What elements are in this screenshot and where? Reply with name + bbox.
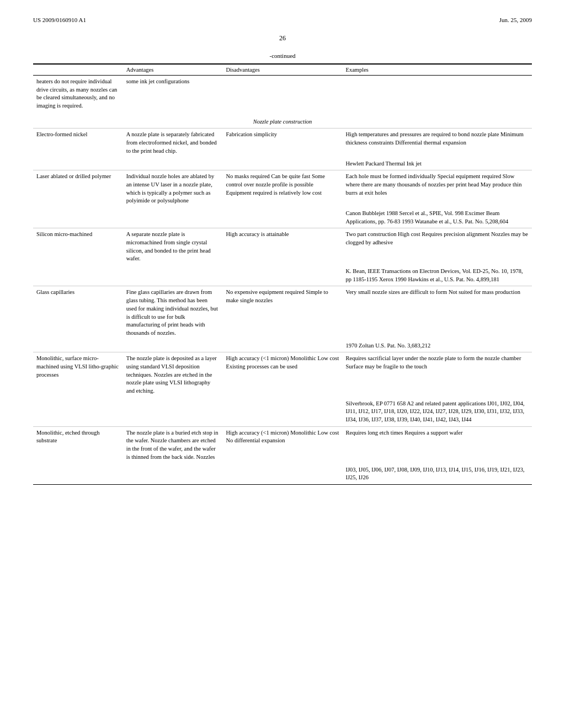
cell-description: heaters do not require individual drive …	[33, 76, 123, 113]
page-header: US 2009/0160910 A1 Jun. 25, 2009	[33, 17, 532, 23]
cell-label: Monolithic, surface micro-machined using…	[33, 352, 123, 398]
cell-advantages: High accuracy (<1 micron) Monolithic Low…	[223, 426, 343, 463]
patent-number: US 2009/0160910 A1	[33, 17, 86, 23]
cell-examples: IJ03, IJ05, IJ06, IJ07, IJ08, IJ09, IJ10…	[342, 464, 532, 485]
cell-description: A separate nozzle plate is micromachined…	[123, 228, 223, 265]
cell-empty	[33, 265, 342, 286]
cell-advantages: No expensive equipment required Simple t…	[223, 286, 343, 340]
cell-disadvantages: Each hole must be formed individually Sp…	[342, 170, 532, 207]
cell-advantages: some ink jet configurations	[123, 76, 223, 113]
cell-examples: Hewlett Packard Thermal Ink jet	[342, 158, 532, 170]
table-row-examples: K. Bean, IEEE Transactions on Electron D…	[33, 265, 532, 286]
cell-advantages: Fabrication simplicity	[223, 129, 343, 158]
cell-examples	[342, 76, 532, 113]
table-row: Glass capillaries Fine glass capillaries…	[33, 286, 532, 340]
table-row: Silicon micro-machined A separate nozzle…	[33, 228, 532, 265]
cell-empty	[33, 464, 342, 485]
table-header-row: Advantages Disadvantages Examples	[33, 64, 532, 76]
cell-advantages: High accuracy is attainable	[223, 228, 343, 265]
section-header-label: Nozzle plate construction	[33, 113, 532, 129]
patent-table: Advantages Disadvantages Examples heater…	[33, 63, 532, 485]
cell-description: A nozzle plate is separately fabricated …	[123, 129, 223, 158]
cell-label: Electro-formed nickel	[33, 129, 123, 158]
cell-disadvantages: Requires long etch times Requires a supp…	[342, 426, 532, 463]
section-header-row: Nozzle plate construction	[33, 113, 532, 129]
col-header-advantages: Advantages	[123, 64, 223, 76]
cell-disadvantages: Two part construction High cost Requires…	[342, 228, 532, 265]
table-row-examples: 1970 Zoltan U.S. Pat. No. 3,683,212	[33, 340, 532, 352]
cell-examples: K. Bean, IEEE Transactions on Electron D…	[342, 265, 532, 286]
cell-disadvantages: Requires sacrificial layer under the noz…	[342, 352, 532, 398]
cell-examples: Silverbrook, EP 0771 658 A2 and related …	[342, 398, 532, 427]
table-row-examples: Silverbrook, EP 0771 658 A2 and related …	[33, 398, 532, 427]
table-row: Laser ablated or drilled polymer Individ…	[33, 170, 532, 207]
cell-description: Fine glass capillaries are drawn from gl…	[123, 286, 223, 340]
continued-label: -continued	[33, 52, 532, 59]
table-row-examples: Hewlett Packard Thermal Ink jet	[33, 158, 532, 170]
cell-description: Individual nozzle holes are ablated by a…	[123, 170, 223, 207]
cell-description: The nozzle plate is deposited as a layer…	[123, 352, 223, 398]
cell-advantages: High accuracy (<1 micron) Monolithic Low…	[223, 352, 343, 398]
table-row: heaters do not require individual drive …	[33, 76, 532, 113]
cell-label: Laser ablated or drilled polymer	[33, 170, 123, 207]
cell-label: Monolithic, etched through substrate	[33, 426, 123, 463]
col-header-examples: Examples	[342, 64, 532, 76]
cell-disadvantages: High temperatures and pressures are requ…	[342, 129, 532, 158]
cell-empty	[33, 158, 342, 170]
table-row: Monolithic, surface micro-machined using…	[33, 352, 532, 398]
cell-empty	[33, 398, 342, 427]
cell-label: Silicon micro-machined	[33, 228, 123, 265]
col-header-disadvantages: Disadvantages	[223, 64, 343, 76]
cell-label: Glass capillaries	[33, 286, 123, 340]
page-number: 26	[33, 34, 532, 42]
cell-description: The nozzle plate is a buried etch stop i…	[123, 426, 223, 463]
patent-date: Jun. 25, 2009	[499, 17, 532, 23]
col-header-description	[33, 64, 123, 76]
cell-disadvantages	[223, 76, 343, 113]
cell-advantages: No masks required Can be quite fast Some…	[223, 170, 343, 207]
cell-examples: 1970 Zoltan U.S. Pat. No. 3,683,212	[342, 340, 532, 352]
cell-empty	[33, 207, 342, 228]
table-row: Electro-formed nickel A nozzle plate is …	[33, 129, 532, 158]
cell-examples: Canon Bubblejet 1988 Sercel et al., SPIE…	[342, 207, 532, 228]
cell-disadvantages: Very small nozzle sizes are difficult to…	[342, 286, 532, 340]
table-row-examples: Canon Bubblejet 1988 Sercel et al., SPIE…	[33, 207, 532, 228]
table-row-examples: IJ03, IJ05, IJ06, IJ07, IJ08, IJ09, IJ10…	[33, 464, 532, 485]
table-row: Monolithic, etched through substrate The…	[33, 426, 532, 463]
cell-empty	[33, 340, 342, 352]
